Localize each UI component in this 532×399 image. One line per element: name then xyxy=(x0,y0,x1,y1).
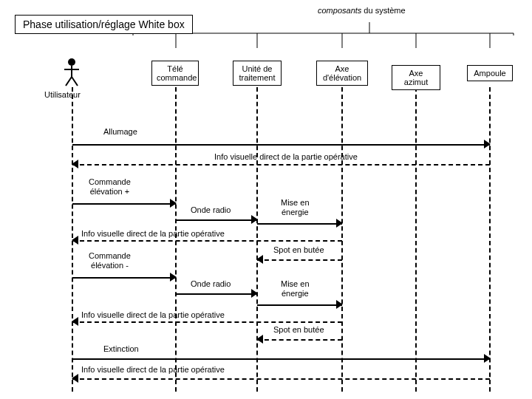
msg-mise-energie-2 xyxy=(257,299,342,310)
components-label: composants du système xyxy=(318,6,406,15)
lifeline-label: Télé commande xyxy=(157,64,197,82)
svg-line-13 xyxy=(72,77,78,86)
msg-spot-butee-1 xyxy=(257,254,342,265)
msg-cmd-elev-plus-label: Commande élévation + xyxy=(89,177,131,196)
msg-allumage-label: Allumage xyxy=(103,127,137,137)
msg-mise-energie-2-label: Mise en énergie xyxy=(281,279,310,298)
lifeline-label: Unité de traitement xyxy=(239,64,276,82)
msg-allumage xyxy=(72,139,490,149)
diagram-title: Phase utilisation/réglage White box xyxy=(15,15,193,34)
msg-info-visuelle-4-label: Info visuelle direct de la partie opérat… xyxy=(81,365,225,375)
msg-spot-butee-1-label: Spot en butée xyxy=(273,245,324,255)
lifeline-label: Axe azimut xyxy=(404,69,428,86)
lifeline-line-amp xyxy=(489,87,491,392)
lifeline-ampoule: Ampoule xyxy=(467,65,513,81)
actor-icon xyxy=(63,58,81,87)
lifeline-label: Axe d'élévation xyxy=(323,64,361,82)
components-label-italic: composants xyxy=(318,6,361,15)
lifeline-line-azim xyxy=(415,87,417,392)
msg-spot-butee-2 xyxy=(257,334,342,344)
msg-info-visuelle-4 xyxy=(72,373,490,383)
msg-mise-energie-1 xyxy=(257,218,342,228)
msg-onde-radio-2-label: Onde radio xyxy=(191,279,231,289)
msg-extinction-label: Extinction xyxy=(103,344,139,354)
msg-onde-radio-1 xyxy=(176,214,257,225)
svg-point-9 xyxy=(68,58,75,66)
lifeline-telecommande: Télé commande xyxy=(151,61,199,86)
components-label-rest: du système xyxy=(361,6,405,15)
msg-onde-radio-2 xyxy=(176,288,257,299)
lifeline-axe-elevation: Axe d'élévation xyxy=(316,61,368,86)
msg-cmd-elev-plus xyxy=(72,198,176,208)
lifeline-label: Ampoule xyxy=(474,69,505,78)
msg-mise-energie-1-label: Mise en énergie xyxy=(281,198,310,216)
msg-spot-butee-2-label: Spot en butée xyxy=(273,325,324,335)
msg-cmd-elev-moins xyxy=(72,272,176,282)
msg-cmd-elev-moins-label: Commande élévation - xyxy=(89,251,131,270)
msg-info-visuelle-2-label: Info visuelle direct de la partie opérat… xyxy=(81,229,225,239)
svg-line-12 xyxy=(66,77,72,86)
msg-info-visuelle-1-label: Info visuelle direct de la partie opérat… xyxy=(214,152,358,162)
lifeline-axe-azimut: Axe azimut xyxy=(392,65,440,90)
actor-label: Utilisateur xyxy=(44,90,81,99)
msg-onde-radio-1-label: Onde radio xyxy=(191,205,231,215)
msg-info-visuelle-3-label: Info visuelle direct de la partie opérat… xyxy=(81,310,225,320)
msg-extinction xyxy=(72,353,490,364)
lifeline-unite-traitement: Unité de traitement xyxy=(233,61,282,86)
